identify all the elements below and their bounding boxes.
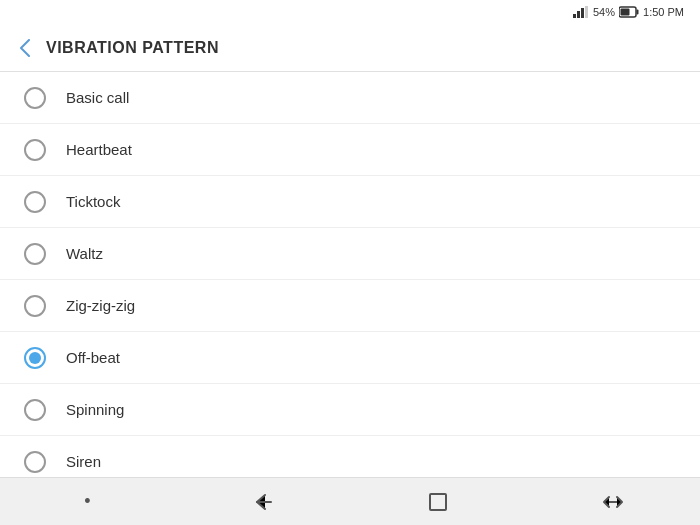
radio-off-beat[interactable]	[24, 347, 46, 369]
page-title: VIBRATION PATTERN	[46, 39, 219, 57]
battery-icon	[619, 6, 639, 18]
list-item-ticktock[interactable]: Ticktock	[0, 176, 700, 228]
pattern-list: Basic callHeartbeatTicktockWaltzZig-zig-…	[0, 72, 700, 477]
radio-basic-call[interactable]	[24, 87, 46, 109]
radio-zig-zig-zig[interactable]	[24, 295, 46, 317]
battery-text: 54%	[593, 6, 615, 18]
svg-rect-3	[585, 6, 588, 18]
label-spinning: Spinning	[66, 401, 124, 418]
back-nav-button[interactable]	[239, 482, 287, 522]
label-ticktock: Ticktock	[66, 193, 120, 210]
svg-rect-5	[637, 10, 639, 15]
home-button[interactable]	[414, 482, 462, 522]
label-basic-call: Basic call	[66, 89, 129, 106]
svg-rect-0	[573, 14, 576, 18]
label-zig-zig-zig: Zig-zig-zig	[66, 297, 135, 314]
menu-icon: •	[84, 491, 90, 512]
header: VIBRATION PATTERN	[0, 24, 700, 72]
list-item-off-beat[interactable]: Off-beat	[0, 332, 700, 384]
recents-button[interactable]	[589, 482, 637, 522]
recents-icon	[602, 493, 624, 511]
radio-waltz[interactable]	[24, 243, 46, 265]
list-item-heartbeat[interactable]: Heartbeat	[0, 124, 700, 176]
label-heartbeat: Heartbeat	[66, 141, 132, 158]
label-off-beat: Off-beat	[66, 349, 120, 366]
radio-siren[interactable]	[24, 451, 46, 473]
label-siren: Siren	[66, 453, 101, 470]
status-bar: 54% 1:50 PM	[0, 0, 700, 24]
list-item-siren[interactable]: Siren	[0, 436, 700, 477]
bottom-navigation: •	[0, 477, 700, 525]
svg-rect-1	[577, 11, 580, 18]
back-button[interactable]	[16, 35, 34, 61]
status-icons: 54% 1:50 PM	[573, 6, 684, 18]
time: 1:50 PM	[643, 6, 684, 18]
svg-rect-2	[581, 8, 584, 18]
back-nav-icon	[253, 493, 273, 511]
radio-inner-off-beat	[29, 352, 41, 364]
list-item-spinning[interactable]: Spinning	[0, 384, 700, 436]
list-item-zig-zig-zig[interactable]: Zig-zig-zig	[0, 280, 700, 332]
home-icon	[428, 492, 448, 512]
svg-rect-6	[621, 9, 630, 16]
signal-icon	[573, 6, 589, 18]
radio-ticktock[interactable]	[24, 191, 46, 213]
list-item-basic-call[interactable]: Basic call	[0, 72, 700, 124]
svg-rect-7	[430, 494, 446, 510]
radio-heartbeat[interactable]	[24, 139, 46, 161]
radio-spinning[interactable]	[24, 399, 46, 421]
list-item-waltz[interactable]: Waltz	[0, 228, 700, 280]
menu-button[interactable]: •	[64, 482, 112, 522]
content-area: Basic callHeartbeatTicktockWaltzZig-zig-…	[0, 72, 700, 477]
label-waltz: Waltz	[66, 245, 103, 262]
